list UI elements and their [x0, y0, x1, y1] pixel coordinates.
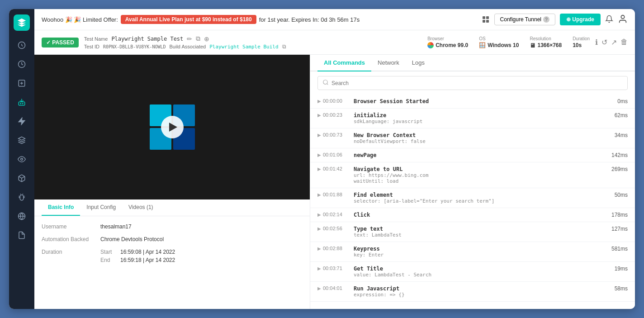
sidebar-icon-plus[interactable] [14, 75, 30, 91]
command-time: ▶ 00:02:14 [317, 212, 354, 217]
command-duration: 19ms [601, 266, 628, 272]
info-row-duration: Duration Start 16:59:08 | Apr 14 2022 En… [42, 249, 303, 263]
build-link[interactable]: Playwright Sample Build [209, 44, 278, 50]
sidebar-icon-bug[interactable] [14, 189, 30, 205]
duration-rows: Start 16:59:08 | Apr 14 2022 End 16:59:1… [100, 249, 175, 263]
play-button[interactable] [161, 116, 184, 138]
command-duration: 34ms [601, 132, 628, 138]
copy-build-icon[interactable]: ⧉ [282, 43, 286, 50]
user-avatar[interactable] [618, 14, 628, 25]
info-action-icon[interactable]: ℹ [595, 38, 598, 47]
command-row[interactable]: ▶ 00:00:23 initialize sdkLanguage: javas… [310, 109, 635, 128]
command-name: Navigate to URL [354, 166, 601, 172]
command-time: ▶ 00:04:01 [317, 285, 354, 291]
share-icon[interactable]: ⊕ [204, 35, 209, 43]
command-row[interactable]: ▶ 00:01:06 newPage 142ms [310, 148, 635, 162]
banner-left: Woohoo 🎉 🎉 Limited Offer: Avail Annual L… [42, 15, 360, 24]
delete-action-icon[interactable]: 🗑 [620, 38, 628, 47]
sidebar [9, 9, 34, 309]
sidebar-icon-files[interactable] [14, 227, 30, 243]
command-body: Navigate to URL url: https://www.bing.co… [354, 166, 601, 184]
command-body: Run Javascript expression: => {} [354, 285, 601, 298]
right-panel: All Commands Network Logs [310, 55, 635, 309]
test-header: ✓ PASSED Test Name Playwright Sample Tes… [34, 30, 635, 55]
command-row[interactable]: ▶ 00:00:73 New Browser Context noDefault… [310, 128, 635, 148]
replay-action-icon[interactable]: ↺ [601, 38, 607, 47]
banner-right: Configure Tunnel ? ⊕ Upgrade [483, 14, 628, 25]
sidebar-icon-analytics[interactable] [14, 37, 30, 53]
end-value: 16:59:18 | Apr 14 2022 [120, 257, 175, 263]
search-bar [310, 71, 635, 95]
os-value: 🪟 Windows 10 [479, 42, 519, 48]
command-row[interactable]: ▶ 00:02:56 Type text text: LambdaTest 12… [310, 222, 635, 242]
cmd-arrow-icon: ▶ [317, 113, 321, 118]
cmd-arrow-icon: ▶ [317, 266, 321, 271]
cmd-arrow-icon: ▶ [317, 212, 321, 217]
automation-value: Chrome Devtools Protocol [100, 236, 164, 242]
resolution-meta: Resolution 🖥 1366×768 [530, 36, 562, 49]
duration-value: 10s [573, 42, 590, 48]
command-row[interactable]: ▶ 00:02:88 Keypress key: Enter 581ms [310, 242, 635, 262]
tab-videos[interactable]: Videos (1) [122, 199, 159, 216]
tab-network[interactable]: Network [371, 55, 406, 71]
help-icon: ? [543, 16, 549, 23]
sidebar-icon-robot[interactable] [14, 94, 30, 110]
sidebar-icon-clock[interactable] [14, 56, 30, 72]
command-duration: 127ms [601, 226, 628, 232]
svg-point-4 [20, 103, 21, 104]
tab-input-config[interactable]: Input Config [80, 199, 122, 216]
sidebar-icon-layers[interactable] [14, 132, 30, 148]
command-time: ▶ 00:01:06 [317, 152, 354, 157]
cmd-arrow-icon: ▶ [317, 192, 321, 197]
tab-logs[interactable]: Logs [406, 55, 431, 71]
command-body: New Browser Context noDefaultViewport: f… [354, 132, 601, 144]
command-row[interactable]: ▶ 00:01:42 Navigate to URL url: https://… [310, 162, 635, 188]
svg-point-8 [21, 158, 23, 161]
sidebar-icon-eye[interactable] [14, 151, 30, 167]
command-time: ▶ 00:03:71 [317, 266, 354, 271]
search-wrap [317, 76, 628, 90]
command-time: ▶ 00:01:42 [317, 166, 354, 171]
start-value: 16:59:08 | Apr 14 2022 [120, 249, 175, 255]
sidebar-icon-cube[interactable] [14, 170, 30, 186]
command-body: Get Title value: LambdaTest - Search [354, 266, 601, 278]
command-name: initialize [354, 112, 601, 119]
monitor-icon: 🖥 [530, 42, 535, 49]
edit-icon[interactable]: ✏ [187, 35, 192, 43]
basic-info: Username thesalman17 Automation Backed C… [34, 216, 310, 309]
bell-icon[interactable] [605, 15, 613, 24]
command-duration: 178ms [601, 212, 628, 218]
panel-tabs: Basic Info Input Config Videos (1) [34, 199, 310, 216]
info-row-username: Username thesalman17 [42, 223, 303, 230]
command-time: ▶ 00:02:56 [317, 226, 354, 231]
copy-icon[interactable]: ⧉ [196, 35, 200, 43]
search-input[interactable] [331, 80, 623, 86]
cmd-arrow-icon: ▶ [317, 286, 321, 291]
upgrade-button[interactable]: ⊕ Upgrade [560, 14, 601, 25]
grid-icon[interactable] [483, 16, 490, 23]
duration-start: Start 16:59:08 | Apr 14 2022 [100, 249, 175, 255]
command-row[interactable]: ▶ 00:00:00 Browser Session Started 0ms [310, 95, 635, 109]
command-body: Keypress key: Enter [354, 246, 601, 258]
sidebar-icon-lightning[interactable] [14, 113, 30, 129]
share-action-icon[interactable]: ↗ [611, 38, 617, 47]
command-row[interactable]: ▶ 00:02:14 Click 178ms [310, 208, 635, 222]
command-row[interactable]: ▶ 00:04:01 Run Javascript expression: =>… [310, 282, 635, 302]
duration-end: End 16:59:18 | Apr 14 2022 [100, 257, 175, 263]
command-time: ▶ 00:00:00 [317, 98, 354, 104]
command-time: ▶ 00:02:88 [317, 246, 354, 251]
configure-tunnel-button[interactable]: Configure Tunnel ? [494, 14, 555, 25]
automation-label: Automation Backed [42, 236, 100, 242]
logo[interactable] [14, 14, 30, 31]
command-duration: 50ms [601, 192, 628, 198]
command-row[interactable]: ▶ 00:03:71 Get Title value: LambdaTest -… [310, 262, 635, 282]
command-row[interactable]: ▶ 00:01:88 Find element selector: [aria-… [310, 188, 635, 208]
info-row-automation: Automation Backed Chrome Devtools Protoc… [42, 236, 303, 242]
tab-all-commands[interactable]: All Commands [317, 55, 371, 71]
sidebar-icon-globe[interactable] [14, 208, 30, 224]
tab-basic-info[interactable]: Basic Info [42, 199, 80, 216]
test-id-label: Test ID [84, 44, 99, 49]
status-badge: ✓ PASSED [42, 38, 79, 47]
command-body: Click [354, 212, 601, 218]
command-body: Find element selector: [aria-label="Ente… [354, 192, 601, 204]
